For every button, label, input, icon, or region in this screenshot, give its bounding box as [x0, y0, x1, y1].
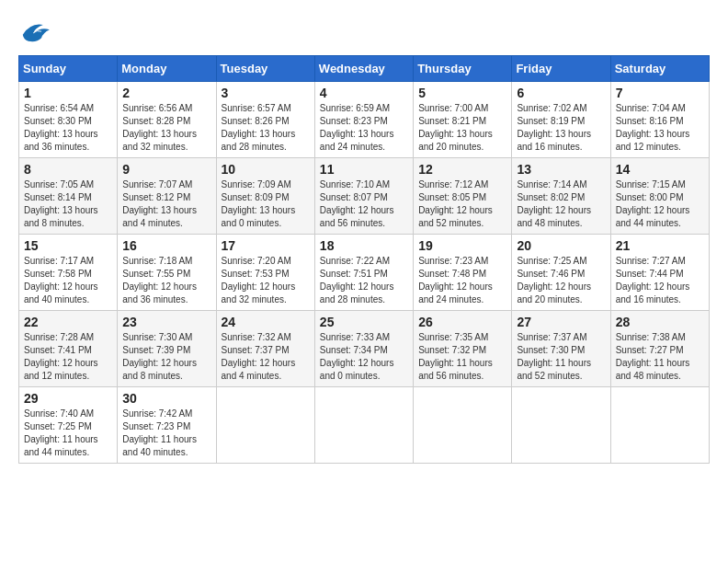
calendar-cell: 30Sunrise: 7:42 AM Sunset: 7:23 PM Dayli… [118, 387, 216, 464]
day-info: Sunrise: 7:07 AM Sunset: 8:12 PM Dayligh… [122, 178, 210, 230]
day-number: 7 [616, 86, 704, 100]
day-info: Sunrise: 7:17 AM Sunset: 7:58 PM Dayligh… [24, 255, 112, 306]
day-info: Sunrise: 7:42 AM Sunset: 7:23 PM Dayligh… [122, 408, 210, 459]
calendar-cell: 25Sunrise: 7:33 AM Sunset: 7:34 PM Dayli… [314, 311, 413, 387]
calendar-cell: 9Sunrise: 7:07 AM Sunset: 8:12 PM Daylig… [118, 158, 216, 235]
calendar-cell: 13Sunrise: 7:14 AM Sunset: 8:02 PM Dayli… [512, 158, 610, 235]
weekday-header-tuesday: Tuesday [216, 56, 314, 82]
day-number: 15 [24, 238, 112, 253]
day-info: Sunrise: 6:57 AM Sunset: 8:26 PM Dayligh… [222, 102, 310, 154]
calendar-cell: 17Sunrise: 7:20 AM Sunset: 7:53 PM Dayli… [216, 235, 314, 311]
day-info: Sunrise: 7:40 AM Sunset: 7:25 PM Dayligh… [24, 408, 112, 459]
day-number: 28 [616, 315, 704, 329]
calendar-cell [414, 387, 512, 464]
day-info: Sunrise: 7:00 AM Sunset: 8:21 PM Dayligh… [418, 102, 506, 154]
day-info: Sunrise: 7:05 AM Sunset: 8:14 PM Dayligh… [24, 178, 112, 230]
calendar-cell [610, 387, 709, 464]
calendar-cell: 21Sunrise: 7:27 AM Sunset: 7:44 PM Dayli… [610, 235, 709, 311]
day-number: 29 [24, 391, 112, 406]
weekday-header-row: SundayMondayTuesdayWednesdayThursdayFrid… [19, 56, 710, 82]
day-info: Sunrise: 6:59 AM Sunset: 8:23 PM Dayligh… [320, 102, 408, 154]
day-info: Sunrise: 7:02 AM Sunset: 8:19 PM Dayligh… [517, 102, 605, 154]
day-info: Sunrise: 7:38 AM Sunset: 7:27 PM Dayligh… [616, 331, 704, 383]
day-info: Sunrise: 7:18 AM Sunset: 7:55 PM Dayligh… [122, 255, 210, 306]
weekday-header-saturday: Saturday [610, 56, 709, 82]
day-info: Sunrise: 7:32 AM Sunset: 7:37 PM Dayligh… [222, 331, 310, 383]
day-number: 24 [222, 315, 310, 329]
calendar-cell: 29Sunrise: 7:40 AM Sunset: 7:25 PM Dayli… [19, 387, 118, 464]
day-info: Sunrise: 7:35 AM Sunset: 7:32 PM Dayligh… [418, 331, 506, 383]
day-number: 11 [320, 162, 408, 177]
day-number: 27 [517, 315, 605, 329]
page-header [18, 18, 710, 46]
calendar-week-row: 1Sunrise: 6:54 AM Sunset: 8:30 PM Daylig… [19, 82, 710, 158]
calendar-cell: 26Sunrise: 7:35 AM Sunset: 7:32 PM Dayli… [414, 311, 512, 387]
day-number: 6 [517, 86, 605, 100]
calendar-week-row: 22Sunrise: 7:28 AM Sunset: 7:41 PM Dayli… [19, 311, 710, 387]
calendar-cell: 15Sunrise: 7:17 AM Sunset: 7:58 PM Dayli… [19, 235, 118, 311]
calendar-week-row: 29Sunrise: 7:40 AM Sunset: 7:25 PM Dayli… [19, 387, 710, 464]
logo [18, 18, 57, 46]
logo-icon [18, 18, 51, 46]
weekday-header-monday: Monday [118, 56, 216, 82]
day-info: Sunrise: 6:56 AM Sunset: 8:28 PM Dayligh… [122, 102, 210, 154]
day-info: Sunrise: 7:15 AM Sunset: 8:00 PM Dayligh… [616, 178, 704, 230]
day-number: 3 [222, 86, 310, 100]
day-info: Sunrise: 7:33 AM Sunset: 7:34 PM Dayligh… [320, 331, 408, 383]
calendar-cell: 4Sunrise: 6:59 AM Sunset: 8:23 PM Daylig… [314, 82, 413, 158]
calendar-cell: 11Sunrise: 7:10 AM Sunset: 8:07 PM Dayli… [314, 158, 413, 235]
day-number: 17 [222, 238, 310, 253]
calendar-cell: 28Sunrise: 7:38 AM Sunset: 7:27 PM Dayli… [610, 311, 709, 387]
day-info: Sunrise: 6:54 AM Sunset: 8:30 PM Dayligh… [24, 102, 112, 154]
calendar-cell: 8Sunrise: 7:05 AM Sunset: 8:14 PM Daylig… [19, 158, 118, 235]
day-number: 18 [320, 238, 408, 253]
weekday-header-thursday: Thursday [414, 56, 512, 82]
day-number: 23 [122, 315, 210, 329]
calendar-cell: 3Sunrise: 6:57 AM Sunset: 8:26 PM Daylig… [216, 82, 314, 158]
calendar-cell: 10Sunrise: 7:09 AM Sunset: 8:09 PM Dayli… [216, 158, 314, 235]
calendar-cell: 14Sunrise: 7:15 AM Sunset: 8:00 PM Dayli… [610, 158, 709, 235]
day-number: 26 [418, 315, 506, 329]
calendar-cell: 2Sunrise: 6:56 AM Sunset: 8:28 PM Daylig… [118, 82, 216, 158]
day-info: Sunrise: 7:20 AM Sunset: 7:53 PM Dayligh… [222, 255, 310, 306]
day-info: Sunrise: 7:28 AM Sunset: 7:41 PM Dayligh… [24, 331, 112, 383]
calendar-cell: 20Sunrise: 7:25 AM Sunset: 7:46 PM Dayli… [512, 235, 610, 311]
day-info: Sunrise: 7:27 AM Sunset: 7:44 PM Dayligh… [616, 255, 704, 306]
day-number: 21 [616, 238, 704, 253]
day-number: 30 [122, 391, 210, 406]
calendar-cell [512, 387, 610, 464]
calendar-cell: 24Sunrise: 7:32 AM Sunset: 7:37 PM Dayli… [216, 311, 314, 387]
calendar-cell: 7Sunrise: 7:04 AM Sunset: 8:16 PM Daylig… [610, 82, 709, 158]
calendar-cell: 19Sunrise: 7:23 AM Sunset: 7:48 PM Dayli… [414, 235, 512, 311]
day-info: Sunrise: 7:37 AM Sunset: 7:30 PM Dayligh… [517, 331, 605, 383]
day-number: 9 [122, 162, 210, 177]
day-number: 13 [517, 162, 605, 177]
day-info: Sunrise: 7:04 AM Sunset: 8:16 PM Dayligh… [616, 102, 704, 154]
weekday-header-wednesday: Wednesday [314, 56, 413, 82]
calendar-cell: 22Sunrise: 7:28 AM Sunset: 7:41 PM Dayli… [19, 311, 118, 387]
day-info: Sunrise: 7:23 AM Sunset: 7:48 PM Dayligh… [418, 255, 506, 306]
day-number: 4 [320, 86, 408, 100]
day-number: 2 [122, 86, 210, 100]
day-number: 16 [122, 238, 210, 253]
calendar-cell: 27Sunrise: 7:37 AM Sunset: 7:30 PM Dayli… [512, 311, 610, 387]
weekday-header-sunday: Sunday [19, 56, 118, 82]
day-info: Sunrise: 7:12 AM Sunset: 8:05 PM Dayligh… [418, 178, 506, 230]
day-number: 25 [320, 315, 408, 329]
day-info: Sunrise: 7:22 AM Sunset: 7:51 PM Dayligh… [320, 255, 408, 306]
calendar-cell: 18Sunrise: 7:22 AM Sunset: 7:51 PM Dayli… [314, 235, 413, 311]
day-info: Sunrise: 7:30 AM Sunset: 7:39 PM Dayligh… [122, 331, 210, 383]
day-number: 1 [24, 86, 112, 100]
day-number: 10 [222, 162, 310, 177]
day-info: Sunrise: 7:09 AM Sunset: 8:09 PM Dayligh… [222, 178, 310, 230]
calendar-cell: 1Sunrise: 6:54 AM Sunset: 8:30 PM Daylig… [19, 82, 118, 158]
calendar-table: SundayMondayTuesdayWednesdayThursdayFrid… [18, 55, 710, 464]
day-number: 12 [418, 162, 506, 177]
day-number: 14 [616, 162, 704, 177]
calendar-cell: 12Sunrise: 7:12 AM Sunset: 8:05 PM Dayli… [414, 158, 512, 235]
calendar-week-row: 8Sunrise: 7:05 AM Sunset: 8:14 PM Daylig… [19, 158, 710, 235]
calendar-cell [216, 387, 314, 464]
calendar-cell: 16Sunrise: 7:18 AM Sunset: 7:55 PM Dayli… [118, 235, 216, 311]
day-number: 19 [418, 238, 506, 253]
calendar-cell: 6Sunrise: 7:02 AM Sunset: 8:19 PM Daylig… [512, 82, 610, 158]
